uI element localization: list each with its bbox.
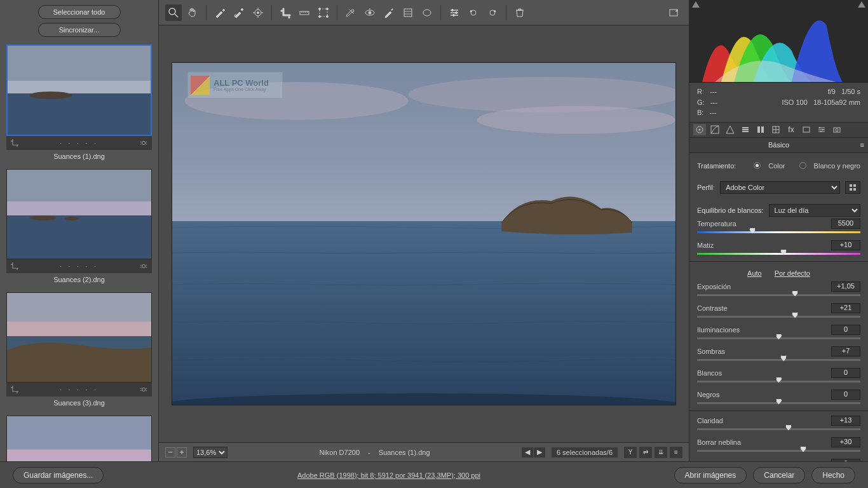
tab-detail[interactable] <box>724 124 736 135</box>
tab-presets[interactable] <box>815 124 828 135</box>
svg-point-54 <box>819 127 820 128</box>
selection-info: 6 seleccionadas/6 <box>552 447 618 458</box>
tab-calibration[interactable] <box>800 124 813 135</box>
svg-point-35 <box>456 11 458 13</box>
svg-point-10 <box>142 264 145 268</box>
footer-bar: Guardar imágenes... Adobe RGB (1998); bi… <box>0 461 868 488</box>
delete-tool[interactable] <box>512 4 528 21</box>
adjustment-brush-tool[interactable] <box>381 4 397 21</box>
svg-point-18 <box>169 8 175 15</box>
svg-point-33 <box>423 10 431 16</box>
crop-icon <box>10 262 19 271</box>
profile-browse-button[interactable] <box>845 181 860 194</box>
thumbnail[interactable]: · · · · · Suances (3).dng <box>6 292 152 409</box>
done-button[interactable]: Hecho <box>811 467 855 484</box>
copy-button[interactable]: ⇊ <box>654 447 667 458</box>
highlight-clip-icon[interactable] <box>858 1 865 8</box>
svg-rect-60 <box>853 184 856 187</box>
settings-icon <box>139 385 148 394</box>
treatment-label: Tratamiento: <box>697 162 736 170</box>
svg-point-9 <box>65 217 79 220</box>
treatment-bw-radio[interactable] <box>799 162 806 169</box>
tab-snapshots[interactable] <box>831 124 843 135</box>
open-images-button[interactable]: Abrir imágenes <box>674 467 747 484</box>
transform-tool[interactable] <box>315 4 332 21</box>
image-canvas[interactable]: ALL PC WorldFree Apps One Click Away <box>172 62 676 405</box>
tab-curve[interactable] <box>709 124 721 135</box>
svg-point-31 <box>369 11 371 14</box>
clarity-slider[interactable]: Claridad+13 <box>697 415 860 433</box>
zoom-out-button[interactable]: − <box>165 447 175 458</box>
radial-filter-tool[interactable] <box>419 4 435 21</box>
zoom-in-button[interactable]: + <box>177 447 187 458</box>
select-all-button[interactable]: Seleccionar todo <box>38 5 121 19</box>
settings-icon[interactable]: ≡ <box>670 447 682 458</box>
svg-rect-32 <box>404 9 412 17</box>
color-sampler-tool[interactable] <box>231 4 247 21</box>
svg-point-36 <box>453 14 455 16</box>
grad-filter-tool[interactable] <box>400 4 416 21</box>
svg-rect-24 <box>320 9 327 17</box>
shadows-slider[interactable]: Sombras+7 <box>697 346 860 363</box>
svg-rect-49 <box>742 131 749 132</box>
tab-lens[interactable] <box>770 124 782 135</box>
dehaze-slider[interactable]: Borrar neblina+30 <box>697 437 860 454</box>
highlights-slider[interactable]: Iluminaciones0 <box>697 324 860 342</box>
svg-point-29 <box>351 10 354 12</box>
svg-point-56 <box>820 131 822 132</box>
svg-rect-5 <box>7 170 151 205</box>
section-menu-icon[interactable]: ≡ <box>860 141 864 149</box>
zoom-select[interactable]: 13,6% <box>193 447 227 458</box>
profile-select[interactable]: Adobe Color <box>720 181 840 194</box>
default-link[interactable]: Por defecto <box>775 269 810 277</box>
before-after-y-button[interactable]: Y <box>624 447 637 458</box>
open-prefs-tool[interactable] <box>666 4 682 21</box>
next-button[interactable]: ▶ <box>534 447 545 458</box>
image-metadata-link[interactable]: Adobe RGB (1998); bit 8; 5912 por 3941 (… <box>297 471 480 479</box>
svg-point-8 <box>30 215 56 220</box>
svg-rect-50 <box>757 126 760 133</box>
tint-slider[interactable]: Matiz+10 <box>697 240 860 257</box>
sync-button[interactable]: Sincronizar... <box>38 23 121 37</box>
thumbnail[interactable]: · · · · · Suances (2).dng <box>6 169 152 286</box>
tab-basic[interactable] <box>693 124 706 135</box>
temperature-slider[interactable]: Temperatura5500 <box>697 218 860 236</box>
redeye-tool[interactable] <box>362 4 378 21</box>
target-adjust-tool[interactable] <box>250 4 266 21</box>
histogram[interactable] <box>689 0 868 83</box>
spot-heal-tool[interactable] <box>342 4 359 21</box>
thumbnail[interactable]: · · · · · Suances (1).dng <box>6 44 152 163</box>
svg-line-19 <box>175 14 178 17</box>
preferences-tool[interactable] <box>446 4 463 21</box>
svg-rect-7 <box>7 215 151 259</box>
zoom-tool[interactable] <box>165 4 182 21</box>
shadow-clip-icon[interactable] <box>692 1 700 8</box>
rotate-ccw-tool[interactable] <box>465 4 482 21</box>
thumbnail-list: · · · · · Suances (1).dng · · · · · Suan… <box>0 42 158 461</box>
contrast-slider[interactable]: Contraste+21 <box>697 302 860 320</box>
tab-fx[interactable]: fx <box>785 124 797 135</box>
thumbnail[interactable] <box>6 416 152 461</box>
thumbnail-name: Suances (2).dng <box>6 273 152 286</box>
wb-picker-tool[interactable] <box>212 4 228 21</box>
swap-button[interactable]: ⇄ <box>639 447 652 458</box>
prev-button[interactable]: ◀ <box>522 447 533 458</box>
svg-point-22 <box>257 11 259 13</box>
rotate-cw-tool[interactable] <box>484 4 501 21</box>
save-images-button[interactable]: Guardar imágenes... <box>13 467 104 484</box>
blacks-slider[interactable]: Negros0 <box>697 389 860 407</box>
svg-point-3 <box>29 92 72 99</box>
svg-point-41 <box>477 106 675 134</box>
wb-select[interactable]: Luz del día <box>769 204 860 217</box>
cancel-button[interactable]: Cancelar <box>753 467 805 484</box>
tab-hsl[interactable] <box>739 124 752 135</box>
straighten-tool[interactable] <box>296 4 313 21</box>
exposure-slider[interactable]: Exposición+1,05 <box>697 281 860 299</box>
treatment-color-radio[interactable] <box>754 162 761 169</box>
crop-tool[interactable] <box>277 4 294 21</box>
auto-link[interactable]: Auto <box>747 269 762 277</box>
hand-tool[interactable] <box>184 4 201 21</box>
whites-slider[interactable]: Blancos0 <box>697 367 860 385</box>
svg-rect-51 <box>761 126 764 133</box>
tab-split[interactable] <box>754 124 767 135</box>
